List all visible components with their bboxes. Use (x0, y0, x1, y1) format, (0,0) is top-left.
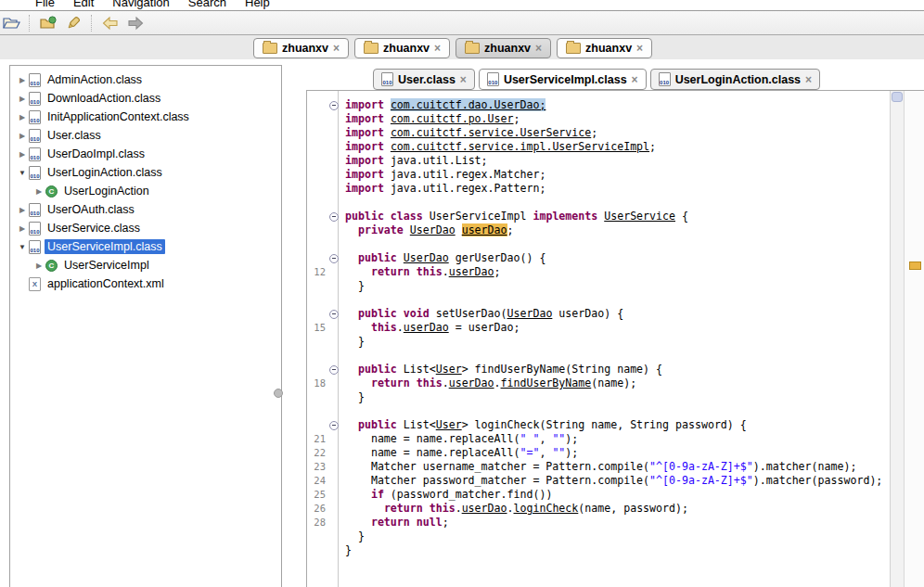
tree-item[interactable]: ▶UserDaoImpl.class (10, 145, 281, 163)
tree-item[interactable]: ▶DownloadAction.class (10, 89, 281, 108)
archive-tab[interactable]: zhuanxv× (456, 38, 551, 58)
tree-item[interactable]: ▶UserService.class (10, 219, 281, 237)
tree-item[interactable]: ▼UserLoginAction.class (10, 163, 281, 182)
archive-tab-label: zhuanxv (383, 42, 430, 55)
back-icon[interactable] (101, 15, 120, 32)
tree-item[interactable]: ▶InitApplicationContext.class (10, 108, 281, 126)
code-link[interactable]: UserDao (404, 251, 449, 264)
code-link[interactable]: com.cuitctf.service.UserService (391, 126, 591, 139)
code-link[interactable]: com.cuitctf.service.impl.UserServiceImpl (391, 140, 649, 153)
code-token: name = name.replaceAll( (371, 432, 520, 445)
code-text: import com.cuitctf.dao.UserDao; (340, 98, 891, 112)
close-icon[interactable]: × (434, 44, 441, 53)
code-link[interactable]: userDao (404, 321, 449, 334)
code-link[interactable]: User (436, 418, 462, 431)
close-icon[interactable]: × (632, 75, 638, 84)
archive-tab[interactable]: zhuanxv× (354, 38, 450, 58)
vertical-scrollbar[interactable] (890, 91, 905, 587)
code-text: private UserDao userDao; (340, 223, 891, 237)
expander-collapsed-icon[interactable]: ▶ (16, 113, 29, 121)
code-link[interactable]: com.cuitctf.dao.UserDao; (391, 98, 546, 111)
code-link[interactable]: userDao (449, 265, 494, 278)
code-text: public UserDao gerUserDao() { (340, 251, 891, 265)
code-link[interactable]: findUserByName (501, 376, 592, 389)
code-token: if (371, 488, 384, 501)
code-token (456, 223, 462, 236)
menu-edit[interactable]: Edit (73, 0, 94, 9)
occurrence-marker[interactable] (909, 262, 921, 270)
expander-collapsed-icon[interactable]: ▶ (16, 95, 29, 103)
expander-expanded-icon[interactable]: ▼ (16, 243, 29, 251)
code-token: "" (552, 432, 565, 445)
code-text: import com.cuitctf.service.UserService; (340, 126, 891, 140)
splitter-handle[interactable] (274, 389, 283, 398)
archive-tab[interactable]: zhuanxv× (253, 38, 349, 58)
code-link[interactable]: userDao (462, 502, 507, 515)
tree-item[interactable]: ▶UserOAuth.class (10, 200, 281, 219)
fold-icon[interactable] (329, 212, 339, 222)
editor-tab[interactable]: UserServiceImpl.class× (479, 69, 647, 90)
line-number (307, 168, 327, 182)
expander-collapsed-icon[interactable]: ▶ (16, 150, 29, 159)
close-icon[interactable]: × (460, 75, 467, 84)
forward-icon[interactable] (126, 15, 145, 32)
line-number (307, 307, 327, 321)
fold-icon[interactable] (329, 421, 339, 430)
close-icon[interactable]: × (535, 44, 542, 53)
code-text: name = name.replaceAll("=", ""); (340, 446, 891, 460)
expander-collapsed-icon[interactable]: ▶ (16, 224, 29, 233)
fold-icon[interactable] (329, 254, 339, 263)
search-icon[interactable] (64, 15, 83, 32)
tree-item[interactable]: ▶UserServiceImpl (10, 256, 281, 274)
tree-item-label: UserServiceImpl.class (45, 239, 165, 254)
code-token: "^[0-9a-zA-Z]+$" (649, 474, 753, 487)
line-number: 12 (307, 265, 327, 279)
menu-file[interactable]: File (35, 0, 55, 9)
code-link[interactable]: UserService (604, 210, 675, 223)
editor-tab[interactable]: User.class× (373, 69, 475, 90)
class-file-icon (487, 72, 499, 86)
editor-tab[interactable]: UserLoginAction.class× (650, 69, 820, 90)
tree-item[interactable]: ▶User.class (10, 126, 281, 145)
scrollbar-thumb[interactable] (892, 92, 903, 102)
code-link[interactable]: userDao (449, 376, 494, 389)
expander-collapsed-icon[interactable]: ▶ (16, 206, 29, 214)
menu-navigation[interactable]: Navigation (112, 0, 169, 9)
code-text: import java.util.regex.Pattern; (340, 182, 891, 196)
code-link[interactable]: UserDao (410, 223, 456, 236)
archive-tab-label: zhuanxv (585, 42, 632, 55)
menu-help[interactable]: Help (245, 0, 270, 9)
tree-item[interactable]: applicationContext.xml (10, 274, 281, 293)
expander-collapsed-icon[interactable]: ▶ (32, 262, 45, 270)
code-line: public List<User> findUserByName(String … (307, 363, 891, 376)
line-number (307, 223, 327, 237)
code-link[interactable]: UserDao (507, 307, 553, 320)
code-token: import (345, 112, 391, 125)
code-line: 18return this.userDao.findUserByName(nam… (307, 376, 891, 390)
fold-column (327, 502, 340, 516)
expander-collapsed-icon[interactable]: ▶ (32, 187, 45, 196)
fold-icon[interactable] (329, 101, 339, 110)
open-type-icon[interactable] (39, 15, 58, 32)
code-link[interactable]: loginCheck (514, 502, 579, 515)
code-link[interactable]: userDao (462, 223, 507, 236)
close-icon[interactable]: × (636, 44, 643, 53)
code-link[interactable]: User (436, 363, 462, 376)
fold-icon[interactable] (329, 365, 339, 375)
fold-icon[interactable] (329, 310, 339, 319)
tree-item[interactable]: ▶UserLoginAction (10, 182, 281, 200)
expander-expanded-icon[interactable]: ▼ (16, 169, 29, 177)
code-link[interactable]: com.cuitctf.po.User (391, 112, 514, 125)
expander-collapsed-icon[interactable]: ▶ (16, 132, 29, 140)
tree-item[interactable]: ▶AdminAction.class (10, 70, 281, 89)
archive-tab[interactable]: zhuanxv× (557, 38, 652, 58)
line-number (307, 335, 327, 349)
menu-search[interactable]: Search (188, 0, 226, 9)
close-icon[interactable]: × (333, 44, 340, 53)
close-icon[interactable]: × (805, 75, 812, 84)
fold-column (327, 446, 340, 460)
fold-column (327, 543, 340, 557)
tree-item[interactable]: ▼UserServiceImpl.class (10, 237, 281, 256)
open-file-icon[interactable] (2, 15, 20, 32)
expander-collapsed-icon[interactable]: ▶ (16, 76, 29, 84)
